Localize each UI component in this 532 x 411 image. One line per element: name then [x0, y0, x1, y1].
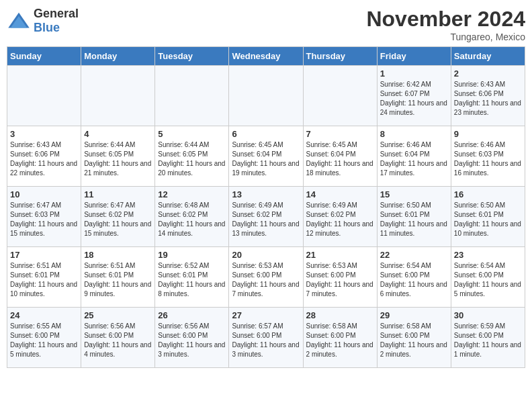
calendar-cell: 4Sunrise: 6:44 AM Sunset: 6:05 PM Daylig… — [81, 126, 155, 187]
day-number: 20 — [232, 250, 300, 260]
calendar-cell: 9Sunrise: 6:46 AM Sunset: 6:03 PM Daylig… — [451, 126, 525, 187]
day-info: Sunrise: 6:49 AM Sunset: 6:02 PM Dayligh… — [232, 201, 300, 238]
day-info: Sunrise: 6:43 AM Sunset: 6:06 PM Dayligh… — [454, 80, 522, 118]
calendar-cell — [81, 66, 155, 126]
day-info: Sunrise: 6:48 AM Sunset: 6:02 PM Dayligh… — [158, 201, 226, 238]
day-number: 13 — [232, 189, 300, 199]
calendar-cell: 14Sunrise: 6:49 AM Sunset: 6:02 PM Dayli… — [303, 187, 377, 247]
day-info: Sunrise: 6:59 AM Sunset: 6:00 PM Dayligh… — [454, 322, 522, 359]
page-header: General Blue November 2024 Tungareo, Mex… — [7, 7, 525, 42]
day-info: Sunrise: 6:45 AM Sunset: 6:04 PM Dayligh… — [306, 140, 374, 178]
calendar-cell: 10Sunrise: 6:47 AM Sunset: 6:03 PM Dayli… — [7, 187, 81, 247]
col-header-saturday: Saturday — [451, 47, 525, 66]
calendar-cell — [155, 66, 229, 126]
calendar-cell: 16Sunrise: 6:50 AM Sunset: 6:01 PM Dayli… — [451, 187, 525, 247]
day-number: 24 — [10, 310, 78, 320]
col-header-sunday: Sunday — [7, 47, 81, 66]
day-number: 11 — [84, 189, 152, 199]
day-info: Sunrise: 6:56 AM Sunset: 6:00 PM Dayligh… — [84, 322, 152, 359]
calendar-header-row: SundayMondayTuesdayWednesdayThursdayFrid… — [7, 47, 525, 66]
logo: General Blue — [7, 7, 79, 35]
calendar-cell: 23Sunrise: 6:54 AM Sunset: 6:00 PM Dayli… — [451, 247, 525, 308]
day-number: 15 — [380, 189, 448, 199]
day-number: 1 — [380, 68, 448, 79]
day-number: 18 — [84, 250, 152, 260]
title-area: November 2024 Tungareo, Mexico — [366, 7, 525, 42]
col-header-monday: Monday — [81, 47, 155, 66]
calendar-cell: 5Sunrise: 6:44 AM Sunset: 6:05 PM Daylig… — [155, 126, 229, 187]
day-number: 29 — [380, 310, 448, 320]
calendar-cell: 29Sunrise: 6:58 AM Sunset: 6:00 PM Dayli… — [377, 308, 451, 368]
day-number: 2 — [454, 68, 522, 79]
day-info: Sunrise: 6:56 AM Sunset: 6:00 PM Dayligh… — [158, 322, 226, 359]
day-info: Sunrise: 6:42 AM Sunset: 6:07 PM Dayligh… — [380, 80, 448, 118]
day-info: Sunrise: 6:45 AM Sunset: 6:04 PM Dayligh… — [232, 140, 300, 178]
day-number: 9 — [454, 129, 522, 139]
calendar-cell: 6Sunrise: 6:45 AM Sunset: 6:04 PM Daylig… — [229, 126, 303, 187]
day-info: Sunrise: 6:54 AM Sunset: 6:00 PM Dayligh… — [454, 261, 522, 299]
day-info: Sunrise: 6:54 AM Sunset: 6:00 PM Dayligh… — [380, 261, 448, 299]
calendar-week-row: 3Sunrise: 6:43 AM Sunset: 6:06 PM Daylig… — [7, 126, 525, 187]
day-number: 25 — [84, 310, 152, 320]
col-header-friday: Friday — [377, 47, 451, 66]
day-info: Sunrise: 6:57 AM Sunset: 6:00 PM Dayligh… — [232, 322, 300, 359]
day-info: Sunrise: 6:46 AM Sunset: 6:04 PM Dayligh… — [380, 140, 448, 178]
day-info: Sunrise: 6:50 AM Sunset: 6:01 PM Dayligh… — [380, 201, 448, 238]
col-header-thursday: Thursday — [303, 47, 377, 66]
calendar-cell: 26Sunrise: 6:56 AM Sunset: 6:00 PM Dayli… — [155, 308, 229, 368]
calendar-cell: 3Sunrise: 6:43 AM Sunset: 6:06 PM Daylig… — [7, 126, 81, 187]
day-info: Sunrise: 6:52 AM Sunset: 6:01 PM Dayligh… — [158, 261, 226, 299]
calendar-cell: 27Sunrise: 6:57 AM Sunset: 6:00 PM Dayli… — [229, 308, 303, 368]
day-number: 8 — [380, 129, 448, 139]
calendar-cell: 21Sunrise: 6:53 AM Sunset: 6:00 PM Dayli… — [303, 247, 377, 308]
day-number: 26 — [158, 310, 226, 320]
calendar-cell: 28Sunrise: 6:58 AM Sunset: 6:00 PM Dayli… — [303, 308, 377, 368]
day-number: 4 — [84, 129, 152, 139]
day-number: 19 — [158, 250, 226, 260]
calendar-cell: 22Sunrise: 6:54 AM Sunset: 6:00 PM Dayli… — [377, 247, 451, 308]
calendar-cell — [303, 66, 377, 126]
day-info: Sunrise: 6:53 AM Sunset: 6:00 PM Dayligh… — [232, 261, 300, 299]
day-number: 5 — [158, 129, 226, 139]
day-info: Sunrise: 6:58 AM Sunset: 6:00 PM Dayligh… — [380, 322, 448, 359]
calendar-cell: 20Sunrise: 6:53 AM Sunset: 6:00 PM Dayli… — [229, 247, 303, 308]
calendar-cell: 12Sunrise: 6:48 AM Sunset: 6:02 PM Dayli… — [155, 187, 229, 247]
col-header-wednesday: Wednesday — [229, 47, 303, 66]
calendar-cell: 18Sunrise: 6:51 AM Sunset: 6:01 PM Dayli… — [81, 247, 155, 308]
calendar-cell: 24Sunrise: 6:55 AM Sunset: 6:00 PM Dayli… — [7, 308, 81, 368]
calendar-cell: 13Sunrise: 6:49 AM Sunset: 6:02 PM Dayli… — [229, 187, 303, 247]
calendar-cell: 15Sunrise: 6:50 AM Sunset: 6:01 PM Dayli… — [377, 187, 451, 247]
day-info: Sunrise: 6:51 AM Sunset: 6:01 PM Dayligh… — [10, 261, 78, 299]
day-info: Sunrise: 6:47 AM Sunset: 6:02 PM Dayligh… — [84, 201, 152, 238]
calendar-week-row: 24Sunrise: 6:55 AM Sunset: 6:00 PM Dayli… — [7, 308, 525, 368]
day-info: Sunrise: 6:51 AM Sunset: 6:01 PM Dayligh… — [84, 261, 152, 299]
logo-text: General Blue — [34, 7, 79, 35]
day-info: Sunrise: 6:49 AM Sunset: 6:02 PM Dayligh… — [306, 201, 374, 238]
calendar-week-row: 1Sunrise: 6:42 AM Sunset: 6:07 PM Daylig… — [7, 66, 525, 126]
calendar-cell: 30Sunrise: 6:59 AM Sunset: 6:00 PM Dayli… — [451, 308, 525, 368]
calendar-cell: 8Sunrise: 6:46 AM Sunset: 6:04 PM Daylig… — [377, 126, 451, 187]
logo-icon — [7, 11, 31, 30]
calendar-table: SundayMondayTuesdayWednesdayThursdayFrid… — [7, 46, 525, 368]
logo-general: General — [34, 7, 79, 20]
col-header-tuesday: Tuesday — [155, 47, 229, 66]
calendar-cell — [7, 66, 81, 126]
day-number: 30 — [454, 310, 522, 320]
calendar-week-row: 10Sunrise: 6:47 AM Sunset: 6:03 PM Dayli… — [7, 187, 525, 247]
day-number: 17 — [10, 250, 78, 260]
day-info: Sunrise: 6:44 AM Sunset: 6:05 PM Dayligh… — [84, 140, 152, 178]
calendar-cell — [229, 66, 303, 126]
logo-blue: Blue — [34, 21, 60, 34]
day-info: Sunrise: 6:47 AM Sunset: 6:03 PM Dayligh… — [10, 201, 78, 238]
day-number: 10 — [10, 189, 78, 199]
day-number: 16 — [454, 189, 522, 199]
day-number: 23 — [454, 250, 522, 260]
calendar-cell: 7Sunrise: 6:45 AM Sunset: 6:04 PM Daylig… — [303, 126, 377, 187]
month-year-title: November 2024 — [366, 7, 525, 32]
day-info: Sunrise: 6:50 AM Sunset: 6:01 PM Dayligh… — [454, 201, 522, 238]
day-number: 14 — [306, 189, 374, 199]
day-info: Sunrise: 6:44 AM Sunset: 6:05 PM Dayligh… — [158, 140, 226, 178]
day-number: 28 — [306, 310, 374, 320]
calendar-cell: 1Sunrise: 6:42 AM Sunset: 6:07 PM Daylig… — [377, 66, 451, 126]
day-number: 27 — [232, 310, 300, 320]
